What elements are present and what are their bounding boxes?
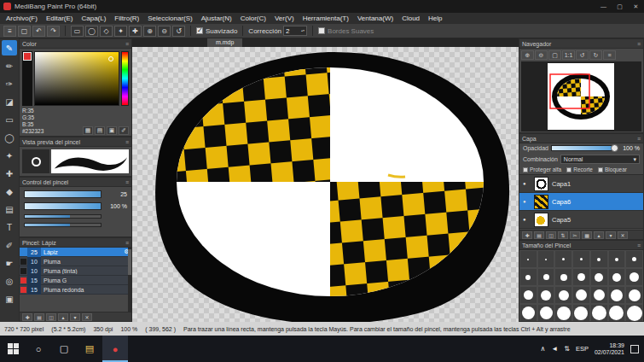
add-brush-icon[interactable]: ✚ bbox=[22, 313, 32, 321]
foreground-color-swatch[interactable] bbox=[23, 52, 32, 61]
brush-size-preset[interactable] bbox=[608, 268, 626, 286]
panel-menu-icon[interactable]: ≡ bbox=[637, 41, 641, 47]
brush-list-scrollbar[interactable] bbox=[128, 248, 131, 312]
brush-size-preset[interactable] bbox=[590, 286, 608, 304]
gradient-tool[interactable]: ▤ bbox=[2, 201, 17, 217]
brush-size-preset[interactable] bbox=[590, 250, 608, 268]
color-marker-icon[interactable] bbox=[108, 56, 113, 61]
layer-capa6[interactable]: ● Capa6 bbox=[519, 193, 643, 211]
menu-item[interactable]: Seleccionar(S) bbox=[143, 15, 196, 22]
brush-size-preset[interactable] bbox=[572, 286, 590, 304]
bordes-suaves-checkbox[interactable]: Bordes Suaves bbox=[318, 27, 374, 35]
brush-size-preset[interactable] bbox=[625, 286, 643, 304]
menu-item[interactable]: Ventana(W) bbox=[353, 15, 397, 22]
brush-size-preset[interactable] bbox=[554, 268, 572, 286]
hidden-icons-chevron[interactable]: ∧ bbox=[540, 345, 545, 353]
brush-size-preset[interactable] bbox=[554, 250, 572, 268]
panel-menu-icon[interactable]: ≡ bbox=[637, 242, 641, 248]
checkbox-icon[interactable] bbox=[566, 167, 571, 172]
layer-capa1[interactable]: ● Capa1 bbox=[519, 175, 643, 193]
menu-item[interactable]: Ver(V) bbox=[270, 15, 299, 22]
brush-size-preset[interactable] bbox=[625, 250, 643, 268]
navigator-thumbnail[interactable] bbox=[521, 61, 641, 131]
duplicate-layer-icon[interactable]: ◫ bbox=[546, 231, 556, 239]
panel-menu-icon[interactable]: ≡ bbox=[125, 41, 129, 47]
fill-tool[interactable]: ◆ bbox=[2, 184, 17, 199]
palette-icon[interactable]: ▣ bbox=[107, 126, 117, 135]
slider-knob[interactable] bbox=[611, 144, 618, 152]
redo-icon[interactable]: ↷ bbox=[47, 26, 60, 37]
duplicate-brush-icon[interactable]: ◫ bbox=[46, 313, 56, 321]
brush-size-preset[interactable] bbox=[519, 286, 537, 304]
layer-grid-icon[interactable]: ▦ bbox=[582, 231, 592, 239]
brush-size-preset[interactable] bbox=[608, 304, 626, 322]
brush-opacity-slider[interactable] bbox=[24, 202, 102, 210]
brush-down-icon[interactable]: ▾ bbox=[70, 313, 80, 321]
brush-size-preset[interactable] bbox=[572, 304, 590, 322]
checkbox-icon[interactable] bbox=[318, 27, 325, 34]
layer-option-checkbox[interactable]: Proteger alfa bbox=[523, 166, 561, 172]
pen-tool[interactable]: ✎ bbox=[2, 40, 17, 55]
layer-option-checkbox[interactable]: Recorte bbox=[566, 166, 593, 172]
panel-menu-icon[interactable]: ≡ bbox=[125, 240, 129, 246]
spinner-arrows-icon[interactable]: ▴▾ bbox=[301, 29, 305, 32]
select-rect-icon[interactable]: ▭ bbox=[71, 26, 84, 37]
brush-size-preset[interactable] bbox=[590, 304, 608, 322]
nav-fit-icon[interactable]: ▢ bbox=[548, 50, 561, 60]
move-tool[interactable]: ✚ bbox=[2, 166, 17, 181]
zoom-in-icon[interactable]: ⊕ bbox=[143, 26, 156, 37]
menu-item[interactable]: Help bbox=[424, 15, 446, 22]
pencil-tool[interactable]: ✏ bbox=[2, 58, 17, 73]
correccion-spinner[interactable]: 2 ▴▾ bbox=[283, 26, 307, 36]
brush-pluma[interactable]: 10 Pluma bbox=[20, 257, 131, 266]
layer-capa5[interactable]: ● Capa5 bbox=[519, 211, 643, 229]
language-indicator[interactable]: ESP bbox=[576, 345, 589, 353]
layer-visibility-icon[interactable]: ● bbox=[523, 199, 531, 204]
layer-opacity-slider[interactable] bbox=[551, 145, 617, 151]
canvas[interactable] bbox=[132, 47, 519, 322]
menu-item[interactable]: Editar(E) bbox=[42, 15, 78, 22]
layer-visibility-icon[interactable]: ● bbox=[523, 217, 531, 222]
zoom-tool[interactable]: ◎ bbox=[2, 273, 17, 289]
color-picker-icon[interactable]: ✐ bbox=[119, 126, 129, 135]
magic-wand-tool[interactable]: ✦ bbox=[2, 148, 17, 163]
select-lasso-icon[interactable]: ◯ bbox=[85, 26, 98, 37]
current-colors[interactable] bbox=[22, 51, 32, 106]
nav-actual-size-icon[interactable]: 1:1 bbox=[562, 50, 575, 60]
brush-size-preset[interactable] bbox=[537, 268, 555, 286]
checkbox-icon[interactable] bbox=[523, 167, 528, 172]
color-hsv-icon[interactable]: ▤ bbox=[95, 126, 105, 135]
document-tab[interactable]: m.mdp bbox=[207, 38, 242, 47]
volume-icon[interactable]: ◄ bbox=[551, 345, 558, 353]
new-canvas-icon[interactable]: ▢ bbox=[18, 26, 31, 37]
brush-folder-icon[interactable]: ▤ bbox=[34, 313, 44, 321]
text-tool[interactable]: T bbox=[2, 219, 17, 235]
search-icon[interactable]: ○ bbox=[26, 336, 51, 362]
brush-size-preset[interactable] bbox=[608, 250, 626, 268]
brush-size-preset[interactable] bbox=[537, 250, 555, 268]
nav-rotate-left-icon[interactable]: ↺ bbox=[576, 50, 589, 60]
brush-size-slider[interactable] bbox=[24, 190, 102, 198]
select-tool[interactable]: ▭ bbox=[2, 112, 17, 127]
hand-tool[interactable]: ☛ bbox=[2, 255, 17, 271]
brush-up-icon[interactable]: ▴ bbox=[58, 313, 68, 321]
brush-lapiz[interactable]: 25 Lápiz ⚙ bbox=[20, 248, 131, 257]
brush-pluma-redonda[interactable]: 15 Pluma redonda bbox=[20, 285, 131, 295]
cut-layer-icon[interactable]: ✂ bbox=[570, 231, 580, 239]
brush-size-preset[interactable] bbox=[625, 304, 643, 322]
start-button[interactable] bbox=[0, 336, 26, 362]
brush-size-preset[interactable] bbox=[519, 268, 537, 286]
panel-menu-icon[interactable]: ≡ bbox=[125, 139, 129, 145]
menu-item[interactable]: Herramienta(T) bbox=[299, 15, 353, 22]
brush-pluma-g[interactable]: 15 Pluma G bbox=[20, 276, 131, 285]
suavizado-checkbox[interactable]: Suavizado bbox=[196, 27, 237, 35]
brush-size-preset[interactable] bbox=[608, 286, 626, 304]
menu-item[interactable]: Archivo(F) bbox=[2, 15, 42, 22]
network-icon[interactable]: ⇅ bbox=[564, 345, 570, 353]
maximize-button[interactable]: ▢ bbox=[612, 0, 628, 13]
magic-wand-icon[interactable]: ✦ bbox=[114, 26, 127, 37]
brush-size-preset[interactable] bbox=[519, 304, 537, 322]
checkbox-icon[interactable] bbox=[598, 167, 603, 172]
brush-size-preset[interactable] bbox=[554, 304, 572, 322]
panel-settings-tool[interactable]: ▣ bbox=[2, 291, 17, 307]
